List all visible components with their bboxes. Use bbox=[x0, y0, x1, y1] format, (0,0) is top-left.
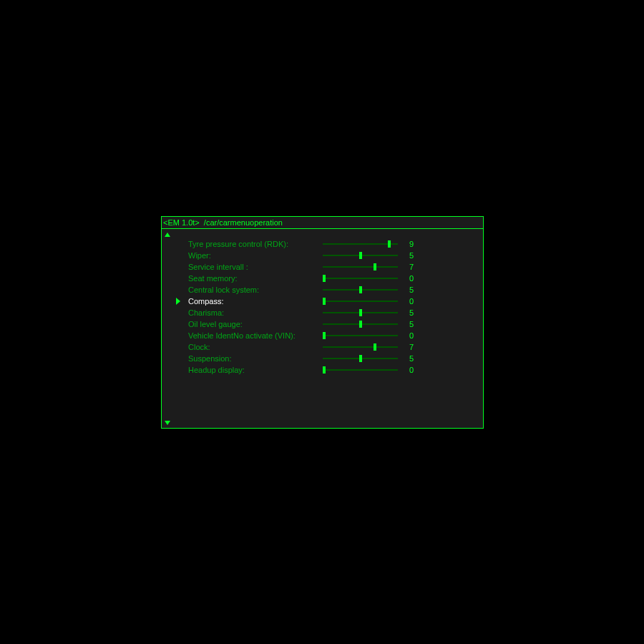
row-label: Tyre pressure control (RDK): bbox=[188, 238, 288, 250]
slider-handle[interactable] bbox=[359, 309, 362, 316]
row-label: Charisma: bbox=[188, 307, 224, 318]
settings-panel: <EM 1.0t> /car/carmenuoperation Tyre pre… bbox=[161, 216, 484, 429]
row-slider[interactable] bbox=[323, 243, 398, 245]
row-slider[interactable] bbox=[323, 278, 398, 279]
row-slider[interactable] bbox=[323, 266, 398, 268]
slider-handle[interactable] bbox=[359, 321, 362, 328]
row-pointer-icon bbox=[176, 298, 180, 305]
slider-handle[interactable] bbox=[323, 298, 326, 305]
settings-list: Tyre pressure control (RDK):9Wiper:5Serv… bbox=[162, 238, 483, 376]
row-value: 0 bbox=[409, 330, 414, 341]
slider-handle[interactable] bbox=[323, 275, 326, 282]
row-label: Wiper: bbox=[188, 250, 211, 261]
settings-row[interactable]: Headup display:0 bbox=[162, 364, 483, 376]
settings-row[interactable]: Vehicle IdentNo activate (VIN):0 bbox=[162, 330, 483, 341]
settings-row[interactable]: Service intervall :7 bbox=[162, 261, 483, 273]
row-value: 5 bbox=[409, 284, 414, 296]
row-label: Suspension: bbox=[188, 353, 232, 364]
settings-row[interactable]: Suspension:5 bbox=[162, 353, 483, 364]
row-slider[interactable] bbox=[323, 312, 398, 313]
settings-row[interactable]: Charisma:5 bbox=[162, 307, 483, 318]
settings-row[interactable]: Central lock system:5 bbox=[162, 284, 483, 296]
settings-row[interactable]: Clock:7 bbox=[162, 341, 483, 353]
slider-handle[interactable] bbox=[323, 366, 326, 374]
slider-handle[interactable] bbox=[388, 240, 391, 248]
scroll-down-icon[interactable] bbox=[165, 421, 170, 425]
row-label: Central lock system: bbox=[188, 284, 259, 296]
row-label: Clock: bbox=[188, 341, 210, 353]
row-value: 5 bbox=[409, 307, 414, 318]
row-value: 0 bbox=[409, 296, 414, 307]
row-value: 9 bbox=[409, 238, 414, 250]
row-value: 7 bbox=[409, 341, 414, 353]
row-value: 5 bbox=[409, 250, 414, 261]
row-label: Service intervall : bbox=[188, 261, 248, 273]
row-value: 5 bbox=[409, 318, 414, 330]
slider-handle[interactable] bbox=[374, 343, 376, 351]
slider-handle[interactable] bbox=[359, 252, 362, 259]
row-value: 5 bbox=[409, 353, 414, 364]
scroll-up-icon[interactable] bbox=[165, 233, 170, 237]
row-value: 0 bbox=[409, 364, 414, 376]
row-slider[interactable] bbox=[323, 358, 398, 359]
row-label: Compass: bbox=[188, 296, 224, 307]
row-label: Vehicle IdentNo activate (VIN): bbox=[188, 330, 296, 341]
row-value: 7 bbox=[409, 261, 414, 273]
settings-row[interactable]: Seat memory:0 bbox=[162, 273, 483, 284]
slider-handle[interactable] bbox=[359, 286, 362, 293]
row-slider[interactable] bbox=[323, 369, 398, 371]
slider-handle[interactable] bbox=[374, 263, 376, 270]
settings-row[interactable]: Compass:0 bbox=[162, 296, 483, 307]
settings-row[interactable]: Wiper:5 bbox=[162, 250, 483, 261]
slider-handle[interactable] bbox=[323, 332, 326, 339]
row-slider[interactable] bbox=[323, 289, 398, 291]
row-label: Seat memory: bbox=[188, 273, 237, 284]
row-slider[interactable] bbox=[323, 323, 398, 325]
slider-handle[interactable] bbox=[359, 355, 362, 362]
row-slider[interactable] bbox=[323, 346, 398, 348]
row-slider[interactable] bbox=[323, 255, 398, 256]
row-value: 0 bbox=[409, 273, 414, 284]
row-label: Oil level gauge: bbox=[188, 318, 243, 330]
settings-row[interactable]: Tyre pressure control (RDK):9 bbox=[162, 238, 483, 250]
settings-row[interactable]: Oil level gauge:5 bbox=[162, 318, 483, 330]
row-slider[interactable] bbox=[323, 335, 398, 336]
row-slider[interactable] bbox=[323, 301, 398, 302]
panel-title: <EM 1.0t> /car/carmenuoperation bbox=[162, 217, 483, 229]
row-label: Headup display: bbox=[188, 364, 245, 376]
